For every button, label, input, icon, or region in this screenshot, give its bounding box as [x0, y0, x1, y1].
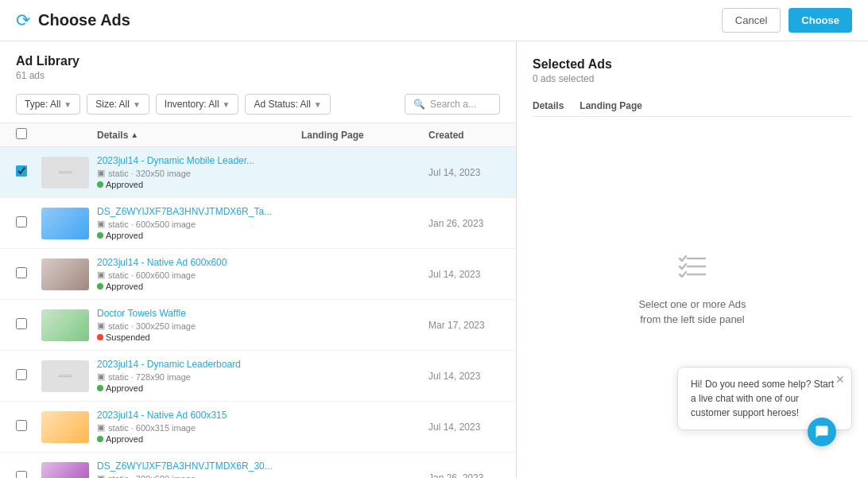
selected-col-details: Details	[533, 100, 564, 111]
ad-name[interactable]: 2023jul14 - Native Ad 600x600	[97, 257, 301, 268]
ad-date: Jul 14, 2023	[428, 167, 500, 178]
chat-close-button[interactable]: ✕	[835, 374, 845, 385]
status-dot	[97, 181, 103, 188]
monitor-icon: ▣	[97, 270, 105, 280]
ad-info: DS_Z6WYlJXF7BA3HNVJTMDX6R_Ta... ▣ static…	[97, 206, 301, 240]
row-checkbox-6[interactable]	[16, 471, 27, 478]
empty-text: Select one or more Adsfrom the left side…	[638, 297, 746, 328]
row-checkbox-5[interactable]	[16, 420, 27, 431]
checklist-icon	[676, 252, 708, 287]
status-dot	[97, 385, 103, 391]
row-checkbox-cell	[16, 369, 41, 383]
main-layout: Ad Library 61 ads Type: All ▼ Size: All …	[0, 41, 868, 478]
ad-date: Jan 26, 2023	[428, 472, 500, 479]
filter-size[interactable]: Size: All ▼	[87, 94, 149, 115]
ad-name[interactable]: 2023jul14 - Dynamic Mobile Leader...	[97, 155, 301, 166]
row-checkbox-cell	[16, 471, 41, 478]
status-dot	[97, 283, 103, 290]
ad-date: Mar 17, 2023	[428, 320, 500, 331]
row-checkbox-cell	[16, 216, 41, 230]
monitor-icon: ▣	[97, 219, 105, 229]
table-row: ═══ 2023jul14 - Dynamic Leaderboard ▣ st…	[0, 351, 516, 402]
filter-type[interactable]: Type: All ▼	[16, 94, 80, 115]
selected-col-landing: Landing Page	[579, 100, 642, 111]
ad-meta: ▣ static · 600x600 image	[97, 270, 301, 280]
ad-thumbnail	[41, 411, 89, 443]
ad-name[interactable]: 2023jul14 - Dynamic Leaderboard	[97, 359, 301, 370]
library-header: Ad Library 61 ads	[0, 41, 516, 87]
header-left: ⟳ Choose Ads	[16, 10, 130, 31]
col-details[interactable]: Details ▲	[97, 130, 301, 141]
search-box[interactable]: 🔍 Search a...	[405, 94, 500, 115]
library-count: 61 ads	[16, 70, 500, 81]
row-checkbox-4[interactable]	[16, 369, 27, 380]
ad-thumbnail: ═══	[41, 157, 89, 188]
selected-ads-count: 0 ads selected	[533, 73, 852, 84]
filter-ad-status-arrow: ▼	[314, 100, 322, 109]
selected-ads-title: Selected Ads	[533, 57, 852, 72]
left-panel: Ad Library 61 ads Type: All ▼ Size: All …	[0, 41, 517, 478]
selected-cols: Details Landing Page	[533, 92, 852, 117]
status-label: Approved	[106, 434, 143, 444]
filter-ad-status-label: Ad Status: All	[254, 99, 310, 110]
ad-name[interactable]: DS_Z6WYlJXF7BA3HNVJTMDX6R_30...	[97, 461, 301, 472]
ad-meta: ▣ static · 600x500 image	[97, 219, 301, 229]
choose-button[interactable]: Choose	[789, 8, 852, 33]
filter-type-label: Type: All	[25, 99, 60, 110]
table-row: 2023jul14 - Native Ad 600x600 ▣ static ·…	[0, 249, 516, 300]
ad-thumbnail: ═══	[41, 360, 89, 392]
monitor-icon: ▣	[97, 371, 105, 382]
ad-thumbnail	[41, 208, 89, 239]
select-all-checkbox[interactable]	[16, 128, 27, 139]
library-title: Ad Library	[16, 54, 500, 68]
filter-size-arrow: ▼	[133, 100, 141, 109]
ad-meta: ▣ static · 600x315 image	[97, 422, 301, 433]
ad-thumbnail	[41, 309, 89, 341]
status-dot	[97, 232, 103, 239]
ad-date: Jan 26, 2023	[428, 218, 500, 229]
ad-status: Suspended	[97, 332, 301, 342]
row-checkbox-2[interactable]	[16, 267, 27, 278]
ad-meta: ▣ static · 300x600 image	[97, 473, 301, 478]
page-title: Choose Ads	[38, 11, 130, 29]
ad-date: Jul 14, 2023	[428, 422, 500, 433]
app-header: ⟳ Choose Ads Cancel Choose	[0, 0, 868, 41]
row-checkbox-cell	[16, 318, 41, 332]
row-checkbox-3[interactable]	[16, 318, 27, 329]
ad-status: Approved	[97, 180, 301, 189]
status-label: Suspended	[106, 332, 150, 342]
ad-status: Approved	[97, 231, 301, 240]
col-created: Created	[428, 130, 500, 141]
filter-inventory-label: Inventory: All	[165, 99, 219, 110]
ad-name[interactable]: Doctor Towels Waffle	[97, 308, 301, 319]
ad-status: Approved	[97, 383, 301, 393]
filters-left: Type: All ▼ Size: All ▼ Inventory: All ▼…	[16, 94, 331, 115]
ad-meta: ▣ static · 320x50 image	[97, 168, 301, 178]
table-row: 2023jul14 - Native Ad 600x315 ▣ static ·…	[0, 402, 516, 453]
ads-list: ═══ 2023jul14 - Dynamic Mobile Leader...…	[0, 147, 516, 478]
ad-info: 2023jul14 - Native Ad 600x315 ▣ static ·…	[97, 410, 301, 444]
monitor-icon: ▣	[97, 168, 105, 178]
search-icon: 🔍	[413, 99, 425, 110]
row-checkbox-0[interactable]	[16, 165, 27, 177]
ad-info: 2023jul14 - Dynamic Leaderboard ▣ static…	[97, 359, 301, 393]
ad-info: Doctor Towels Waffle ▣ static · 300x250 …	[97, 308, 301, 342]
filter-type-arrow: ▼	[64, 100, 72, 109]
cancel-button[interactable]: Cancel	[722, 8, 781, 33]
filter-ad-status[interactable]: Ad Status: All ▼	[245, 94, 330, 115]
logo-icon: ⟳	[16, 10, 30, 31]
ad-name[interactable]: DS_Z6WYlJXF7BA3HNVJTMDX6R_Ta...	[97, 206, 301, 217]
right-panel: Selected Ads 0 ads selected Details Land…	[517, 41, 868, 478]
table-row: ═══ 2023jul14 - Dynamic Mobile Leader...…	[0, 147, 516, 198]
ad-name[interactable]: 2023jul14 - Native Ad 600x315	[97, 410, 301, 421]
status-dot	[97, 334, 103, 340]
row-checkbox-cell	[16, 420, 41, 433]
ad-status: Approved	[97, 434, 301, 444]
monitor-icon: ▣	[97, 422, 105, 433]
status-label: Approved	[106, 383, 143, 393]
row-checkbox-1[interactable]	[16, 216, 27, 227]
chat-bubble-button[interactable]	[808, 418, 836, 446]
filter-size-label: Size: All	[95, 99, 130, 110]
ad-thumbnail	[41, 462, 89, 479]
filter-inventory[interactable]: Inventory: All ▼	[156, 94, 239, 115]
